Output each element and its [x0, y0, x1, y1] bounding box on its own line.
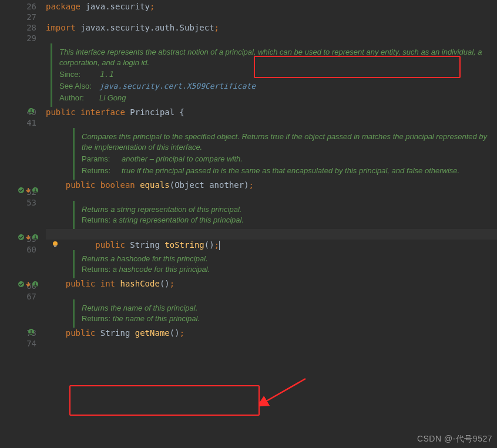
doc-seealso-label: See Also: [59, 81, 95, 92]
doc-returns-label: Returns: [82, 265, 110, 274]
line-number: 29 [0, 33, 41, 43]
code-editor[interactable]: 26 27 28 29 40 41 52 53 59 60 [0, 0, 497, 448]
gutter: 26 27 28 29 40 41 52 53 59 60 [0, 0, 41, 448]
doc-returns-value: a string representation of this principa… [113, 215, 244, 224]
doc-author-value: Li Gong [99, 93, 126, 103]
line-number: 66 [0, 281, 41, 291]
javadoc-block: Returns the name of this principal. Retu… [73, 299, 497, 328]
code-line[interactable] [46, 12, 497, 22]
doc-returns-label: Returns: [82, 215, 110, 224]
override-icons[interactable] [18, 281, 39, 288]
svg-point-8 [53, 241, 58, 246]
doc-returns-label: Returns: [82, 314, 110, 323]
line-number: 41 [0, 117, 41, 128]
javadoc-block: Returns a string representation of this … [73, 201, 497, 229]
doc-returns-label: Returns: [82, 166, 117, 176]
override-icons[interactable] [18, 187, 39, 194]
line-number: 73 [0, 328, 41, 338]
line-number: 27 [0, 12, 41, 22]
code-line-current[interactable]: public String toString(); [46, 229, 497, 240]
doc-summary: This interface represents the abstract n… [59, 47, 490, 68]
intention-bulb-icon[interactable] [12, 230, 59, 261]
code-line[interactable] [46, 289, 497, 299]
code-line[interactable]: package java.security; [46, 1, 497, 12]
line-number: 28 [0, 22, 41, 33]
doc-params-value: another – principal to compare with. [122, 154, 243, 164]
code-line[interactable]: import javax.security.auth.Subject; [46, 22, 497, 33]
code-area[interactable]: package java.security; import javax.secu… [41, 0, 497, 448]
code-line[interactable]: public interface Principal { [46, 107, 497, 117]
svg-rect-9 [54, 245, 56, 247]
line-number: 52 [0, 187, 41, 197]
code-line[interactable] [46, 33, 497, 43]
line-number: 53 [0, 197, 41, 208]
code-line[interactable]: public int hashCode(); [46, 278, 497, 289]
code-line[interactable] [46, 117, 497, 128]
javadoc-block: This interface represents the abstract n… [51, 43, 497, 107]
doc-params-label: Params: [82, 154, 117, 164]
doc-author-label: Author: [59, 93, 95, 103]
doc-summary: Compares this principal to the specified… [82, 132, 490, 153]
javadoc-block: Returns a hashcode for this principal. R… [73, 250, 497, 278]
line-number: 67 [0, 291, 41, 302]
line-number: 74 [0, 338, 41, 349]
doc-summary: Returns the name of this principal. [82, 303, 490, 314]
code-line[interactable]: public String getName(); [46, 328, 497, 338]
doc-returns-value: a hashcode for this principal. [113, 265, 210, 274]
implements-icon[interactable] [28, 328, 36, 336]
doc-since-label: Since: [59, 69, 95, 80]
doc-since-value: 1.1 [99, 69, 113, 80]
doc-seealso-link[interactable]: java.security.cert.X509Certificate [99, 81, 256, 92]
doc-returns-value: the name of this principal. [113, 314, 200, 323]
code-line[interactable] [46, 338, 497, 349]
implements-icon[interactable] [28, 107, 36, 115]
code-line[interactable] [46, 190, 497, 201]
doc-summary: Returns a string representation of this … [82, 204, 490, 215]
doc-returns-value: true if the principal passed in is the s… [122, 166, 490, 176]
line-number: 40 [0, 107, 41, 117]
caret [219, 241, 220, 250]
watermark: CSDN @-代号9527 [417, 434, 492, 444]
code-line[interactable]: public boolean equals(Object another); [46, 180, 497, 190]
doc-summary: Returns a hashcode for this principal. [82, 254, 490, 264]
line-number: 26 [0, 1, 41, 12]
javadoc-block: Compares this principal to the specified… [73, 128, 497, 180]
